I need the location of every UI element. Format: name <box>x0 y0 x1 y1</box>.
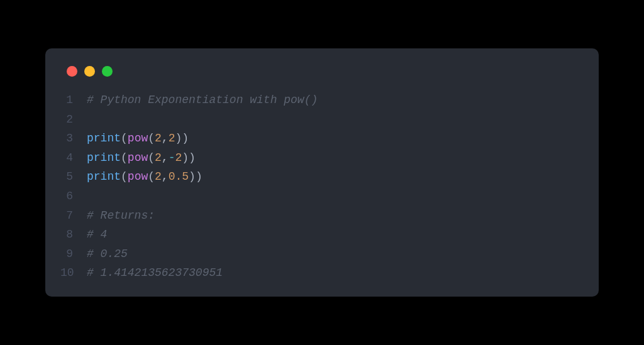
code-line: 2 <box>60 110 584 129</box>
line-number: 2 <box>60 110 87 129</box>
line-number: 7 <box>60 206 87 226</box>
code-token: # 4 <box>87 228 107 241</box>
code-token: , <box>162 151 169 164</box>
code-token: )) <box>182 151 196 164</box>
code-line: 1# Python Exponentiation with pow() <box>60 90 584 110</box>
code-line: 3print(pow(2,2)) <box>60 129 584 148</box>
code-content: # Returns: <box>87 206 155 226</box>
code-token: # 0.25 <box>87 248 128 260</box>
window-titlebar <box>60 66 584 77</box>
line-number: 4 <box>60 148 87 168</box>
code-content: print(pow(2,2)) <box>87 129 189 148</box>
code-token: 2 <box>175 151 182 164</box>
code-token: ( <box>121 132 128 145</box>
code-content: # 0.25 <box>87 244 128 264</box>
code-token: ( <box>148 170 155 183</box>
code-token: 2 <box>155 151 162 164</box>
line-number: 9 <box>60 244 87 264</box>
line-number: 1 <box>60 90 87 110</box>
code-token: ( <box>148 151 155 164</box>
code-token: pow <box>128 132 148 145</box>
minimize-icon[interactable] <box>84 66 95 77</box>
code-token: 2 <box>169 132 175 145</box>
code-content: # 4 <box>87 225 107 244</box>
code-token: pow <box>128 170 148 183</box>
code-token: - <box>169 151 175 164</box>
code-line: 6 <box>60 187 584 206</box>
code-token: 2 <box>155 132 162 145</box>
code-token: print <box>87 170 121 183</box>
code-token: print <box>87 151 121 164</box>
code-line: 4print(pow(2,-2)) <box>60 148 584 168</box>
code-token: ( <box>121 151 128 164</box>
code-token: # Python Exponentiation with pow() <box>87 94 318 106</box>
code-token: 0.5 <box>169 170 189 183</box>
code-token: , <box>162 170 169 183</box>
line-number: 6 <box>60 187 87 206</box>
code-token: print <box>87 132 121 145</box>
code-token: # 1.4142135623730951 <box>87 266 223 279</box>
line-number: 10 <box>60 263 87 283</box>
line-number: 8 <box>60 225 87 244</box>
code-content: # 1.4142135623730951 <box>87 263 223 283</box>
code-content: print(pow(2,0.5)) <box>87 167 203 187</box>
close-icon[interactable] <box>67 66 77 77</box>
line-number: 5 <box>60 167 87 187</box>
code-line: 5print(pow(2,0.5)) <box>60 167 584 187</box>
code-content: print(pow(2,-2)) <box>87 148 196 168</box>
code-token: , <box>162 132 169 145</box>
code-line: 7# Returns: <box>60 206 584 226</box>
line-number: 3 <box>60 129 87 148</box>
code-token: # Returns: <box>87 209 155 222</box>
code-line: 10# 1.4142135623730951 <box>60 263 584 283</box>
code-line: 9# 0.25 <box>60 244 584 264</box>
code-window: 1# Python Exponentiation with pow()23pri… <box>45 48 599 297</box>
code-editor: 1# Python Exponentiation with pow()23pri… <box>60 90 584 283</box>
code-token: 2 <box>155 170 162 183</box>
code-token: )) <box>189 170 203 183</box>
code-content: # Python Exponentiation with pow() <box>87 90 318 110</box>
code-token: pow <box>128 151 148 164</box>
maximize-icon[interactable] <box>102 66 113 77</box>
code-token: )) <box>175 132 189 145</box>
code-line: 8# 4 <box>60 225 584 244</box>
code-token: ( <box>148 132 155 145</box>
code-token: ( <box>121 170 128 183</box>
